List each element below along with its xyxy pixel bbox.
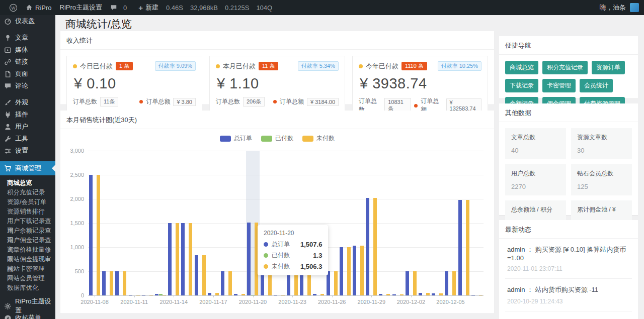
bar-总订单[interactable] xyxy=(155,294,158,295)
bar-总订单[interactable] xyxy=(181,223,185,295)
bar-总订单[interactable] xyxy=(102,271,106,295)
submenu-item[interactable]: 文章价格批量修改 xyxy=(0,245,55,255)
bar-group[interactable] xyxy=(207,151,220,295)
sidebar-collapse-menu[interactable]: 收起菜单 xyxy=(0,312,55,319)
bar-未付数[interactable] xyxy=(452,271,456,295)
bar-group[interactable] xyxy=(154,151,167,295)
bar-未付数[interactable] xyxy=(281,295,285,295)
comments-link[interactable]: 0 xyxy=(106,0,134,15)
bar-未付数[interactable] xyxy=(320,294,324,295)
bar-group[interactable] xyxy=(378,151,391,295)
bar-未付数[interactable] xyxy=(466,200,469,295)
bar-未付数[interactable] xyxy=(176,223,179,295)
bar-group[interactable] xyxy=(114,151,127,295)
bar-group[interactable] xyxy=(339,151,352,295)
bar-未付数[interactable] xyxy=(215,293,219,295)
bar-总订单[interactable] xyxy=(208,293,211,295)
bar-未付数[interactable] xyxy=(202,255,206,295)
bar-总订单[interactable] xyxy=(115,271,119,295)
theme-settings-link[interactable]: RiPro主题设置 xyxy=(56,0,107,15)
bar-group[interactable] xyxy=(128,151,141,295)
sidebar-item-pages[interactable]: 页面 xyxy=(0,68,55,80)
bar-未付数[interactable] xyxy=(360,246,364,295)
sidebar-item-users[interactable]: 用户 xyxy=(0,121,55,133)
sidebar-item-plugins[interactable]: 插件 xyxy=(0,109,55,121)
submenu-item[interactable]: 数据库优化 xyxy=(0,283,55,293)
bar-总订单[interactable] xyxy=(195,255,198,295)
sidebar-item-comments[interactable]: 评论 xyxy=(0,80,55,92)
bar-未付数[interactable] xyxy=(123,271,126,295)
bar-未付数[interactable] xyxy=(334,271,338,295)
sidebar-item-tools[interactable]: 工具 xyxy=(0,133,55,145)
bar-总订单[interactable] xyxy=(432,293,435,295)
bar-总订单[interactable] xyxy=(471,295,475,295)
new-content-button[interactable]: + 新建 xyxy=(134,0,163,15)
bar-总订单[interactable] xyxy=(274,295,277,295)
site-home-link[interactable]: RiPro xyxy=(22,0,56,15)
bar-group[interactable] xyxy=(405,151,418,295)
submenu-item[interactable]: 积分充值记录 xyxy=(0,188,55,197)
bar-总订单[interactable] xyxy=(353,246,356,295)
bar-未付数[interactable] xyxy=(386,294,390,295)
bar-未付数[interactable] xyxy=(136,295,140,295)
bar-group[interactable] xyxy=(457,151,470,295)
bar-总订单[interactable] xyxy=(168,223,172,295)
bar-未付数[interactable] xyxy=(242,294,245,295)
bar-总订单[interactable] xyxy=(129,295,132,295)
bar-group[interactable] xyxy=(352,151,365,295)
bar-未付数[interactable] xyxy=(228,271,232,295)
submenu-item[interactable]: 用户余额记录查询 xyxy=(0,226,55,236)
bar-总订单[interactable] xyxy=(366,198,369,295)
bar-已付数[interactable] xyxy=(159,294,163,295)
bar-未付数[interactable] xyxy=(163,295,166,295)
bar-总订单[interactable] xyxy=(406,271,409,295)
sidebar-item-media[interactable]: 媒体 xyxy=(0,44,55,56)
legend-item-总订单[interactable]: 总订单 xyxy=(220,134,252,143)
bar-group[interactable] xyxy=(431,151,444,295)
quick-nav-button[interactable]: 卡密管理 xyxy=(542,79,576,92)
submenu-item[interactable]: 用户佣金记录查询 xyxy=(0,236,55,245)
avatar[interactable] xyxy=(630,3,639,12)
bar-总订单[interactable] xyxy=(379,294,382,295)
bar-group[interactable] xyxy=(391,151,405,295)
sidebar-item-theme-settings[interactable]: RiPro主题设置 xyxy=(0,300,55,312)
bar-总订单[interactable] xyxy=(458,200,462,295)
sidebar-item-settings[interactable]: 设置 xyxy=(0,145,55,157)
user-greeting[interactable]: 嗨，油条 xyxy=(600,3,626,12)
bar-group[interactable] xyxy=(180,151,193,295)
bar-总订单[interactable] xyxy=(392,294,396,295)
bar-group[interactable] xyxy=(233,151,246,295)
wordpress-logo-icon[interactable]: W xyxy=(5,0,22,15)
sidebar-item-posts[interactable]: 文章 xyxy=(0,32,55,44)
bar-总订单[interactable] xyxy=(142,295,145,295)
bar-group[interactable] xyxy=(194,151,207,295)
bar-未付数[interactable] xyxy=(373,198,377,295)
bar-group[interactable] xyxy=(365,151,378,295)
bar-未付数[interactable] xyxy=(97,175,100,295)
submenu-item[interactable]: 资源销售排行 xyxy=(0,207,55,217)
sidebar-item-links[interactable]: 链接 xyxy=(0,56,55,68)
sidebar-item-dashboard[interactable]: 仪表盘 xyxy=(0,15,55,27)
bar-总订单[interactable] xyxy=(234,294,237,295)
bar-未付数[interactable] xyxy=(439,293,443,295)
bar-未付数[interactable] xyxy=(189,223,192,295)
submenu-item[interactable]: 商城总览 xyxy=(0,178,55,188)
legend-item-未付数[interactable]: 未付数 xyxy=(302,134,335,143)
bar-未付数[interactable] xyxy=(426,293,430,295)
bar-group[interactable] xyxy=(444,151,457,295)
bar-总订单[interactable] xyxy=(247,223,251,295)
quick-nav-button[interactable]: 积分充值记录 xyxy=(542,61,588,74)
bar-总订单[interactable] xyxy=(89,175,93,295)
submenu-item[interactable]: 网站佣金提现审核 xyxy=(0,255,55,264)
bar-未付数[interactable] xyxy=(413,271,417,295)
bar-group[interactable] xyxy=(167,151,180,295)
bar-group[interactable] xyxy=(220,151,233,295)
submenu-item[interactable]: 用户下载记录查询 xyxy=(0,217,55,226)
bar-总订单[interactable] xyxy=(313,294,316,295)
bar-总订单[interactable] xyxy=(419,293,422,295)
bar-总订单[interactable] xyxy=(340,247,343,295)
bar-未付数[interactable] xyxy=(400,294,404,295)
bar-group[interactable] xyxy=(470,151,484,295)
submenu-item[interactable]: 资源/会员订单 xyxy=(0,197,55,207)
bar-group[interactable] xyxy=(101,151,114,295)
